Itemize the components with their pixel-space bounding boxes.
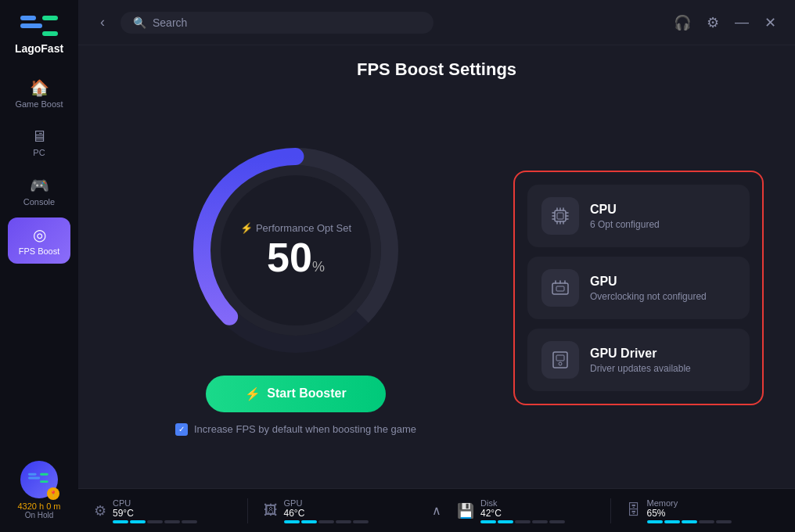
cpu-card-name: CPU xyxy=(590,203,736,217)
console-icon: 🎮 xyxy=(30,176,49,195)
svg-rect-3 xyxy=(42,31,58,36)
checkbox-label: Increase FPS by default when boosting th… xyxy=(194,423,416,435)
gauge-label: ⚡ Performance Opt Set xyxy=(240,222,351,234)
svg-rect-15 xyxy=(555,210,566,221)
svg-rect-30 xyxy=(556,286,564,291)
gpu-card-info: GPU Overclocking not configured xyxy=(590,275,736,302)
headset-button[interactable]: 🎧 xyxy=(671,11,694,34)
sidebar-label-fps-boost: FPS Boost xyxy=(19,246,60,256)
avatar[interactable]: 📍 xyxy=(20,461,58,498)
gauge-percent: 50 xyxy=(267,235,312,280)
gpu-driver-card-name: GPU Driver xyxy=(590,347,736,361)
search-bar[interactable]: 🔍 Search xyxy=(121,12,433,34)
search-icon: 🔍 xyxy=(133,16,146,29)
card-cpu[interactable]: CPU 6 Opt configured xyxy=(527,185,750,247)
status-memory-graph xyxy=(647,520,732,523)
minimize-button[interactable]: — xyxy=(732,11,752,34)
main-content: ‹ 🔍 Search 🎧 ⚙ — ✕ FPS Boost Settings xyxy=(78,0,795,532)
cpu-card-sub: 6 Opt configured xyxy=(590,219,736,230)
svg-rect-7 xyxy=(40,480,48,483)
svg-rect-16 xyxy=(557,213,563,219)
status-memory-value: 65% xyxy=(647,508,732,519)
boost-label: Start Booster xyxy=(267,386,346,401)
avatar-logo xyxy=(28,471,50,488)
status-cpu-icon: ⚙ xyxy=(94,502,106,519)
svg-rect-35 xyxy=(556,355,564,361)
close-button[interactable]: ✕ xyxy=(761,11,779,34)
settings-button[interactable]: ⚙ xyxy=(703,11,722,34)
card-gpu[interactable]: GPU Overclocking not configured xyxy=(527,257,750,319)
status-memory[interactable]: 🗄 Memory 65% xyxy=(610,498,780,523)
status-cpu-value: 59°C xyxy=(113,508,197,519)
svg-rect-4 xyxy=(28,473,37,476)
status-disk-value: 42°C xyxy=(480,508,565,519)
sidebar-label-console: Console xyxy=(23,197,55,207)
status-bar: ⚙ CPU 59°C 🖼 GPU 46°C xyxy=(78,488,795,532)
status-cpu-graph xyxy=(113,520,197,523)
gpu-card-name: GPU xyxy=(590,275,736,289)
status-disk-label: Disk xyxy=(480,498,565,508)
fps-checkbox[interactable]: ✓ xyxy=(175,423,188,436)
svg-point-36 xyxy=(559,362,562,365)
status-gpu-graph xyxy=(284,520,369,523)
status-cpu[interactable]: ⚙ CPU 59°C xyxy=(94,498,247,523)
back-button[interactable]: ‹ xyxy=(94,11,111,34)
cpu-card-icon xyxy=(541,197,579,235)
app-name: LagoFast xyxy=(15,42,63,55)
gpu-driver-card-icon xyxy=(541,341,579,379)
status-gpu-value: 46°C xyxy=(284,508,369,519)
fps-boost-icon: ◎ xyxy=(33,225,46,244)
sidebar: LagoFast 🏠 Game Boost 🖥 PC 🎮 Console ◎ F… xyxy=(0,0,78,532)
user-status: On Hold xyxy=(25,511,54,519)
bolt-icon: ⚡ xyxy=(240,222,253,234)
gauge-inner: ⚡ Performance Opt Set 50% xyxy=(240,222,351,278)
svg-rect-29 xyxy=(552,283,568,294)
svg-rect-5 xyxy=(28,477,40,480)
expand-button[interactable]: ∧ xyxy=(416,503,457,518)
sidebar-bottom: 📍 4320 h 0 m On Hold xyxy=(17,461,60,519)
gauge-value-display: 50% xyxy=(267,237,325,278)
status-disk[interactable]: 💾 Disk 42°C xyxy=(457,498,610,523)
search-text: Search xyxy=(153,16,187,29)
svg-rect-0 xyxy=(20,16,36,20)
avatar-badge: 📍 xyxy=(47,487,59,500)
home-icon: 🏠 xyxy=(30,78,49,97)
gauge-unit: % xyxy=(312,259,325,275)
status-gpu[interactable]: 🖼 GPU 46°C xyxy=(247,498,417,523)
gpu-driver-card-info: GPU Driver Driver updates available xyxy=(590,347,736,374)
status-disk-icon: 💾 xyxy=(457,502,474,519)
page-body: FPS Boost Settings xyxy=(78,45,795,488)
checkbox-row[interactable]: ✓ Increase FPS by default when boosting … xyxy=(175,423,416,436)
status-memory-icon: 🗄 xyxy=(627,502,641,519)
cards-panel: CPU 6 Opt configured xyxy=(513,171,764,405)
sidebar-item-game-boost[interactable]: 🏠 Game Boost xyxy=(8,70,70,117)
gauge-section: ⚡ Performance Opt Set 50% ⚡ Start Booste… xyxy=(110,141,482,436)
page-title: FPS Boost Settings xyxy=(110,45,764,88)
user-time: 4320 h 0 m xyxy=(17,501,60,511)
sidebar-item-console[interactable]: 🎮 Console xyxy=(8,168,70,214)
svg-rect-6 xyxy=(40,473,48,476)
status-memory-label: Memory xyxy=(647,498,732,508)
logo-icon xyxy=(20,13,58,41)
status-gpu-icon: 🖼 xyxy=(264,502,278,519)
status-cpu-label: CPU xyxy=(113,498,197,508)
card-gpu-driver[interactable]: GPU Driver Driver updates available xyxy=(527,329,750,391)
sidebar-label-game-boost: Game Boost xyxy=(15,99,63,109)
status-disk-graph xyxy=(480,520,565,523)
sidebar-item-fps-boost[interactable]: ◎ FPS Boost xyxy=(8,217,70,264)
header: ‹ 🔍 Search 🎧 ⚙ — ✕ xyxy=(78,0,795,45)
svg-rect-2 xyxy=(42,16,58,20)
gpu-card-icon xyxy=(541,269,579,307)
status-gpu-label: GPU xyxy=(284,498,369,508)
start-booster-button[interactable]: ⚡ Start Booster xyxy=(206,376,385,412)
boost-icon: ⚡ xyxy=(245,386,261,401)
sidebar-item-pc[interactable]: 🖥 PC xyxy=(8,120,70,165)
pc-icon: 🖥 xyxy=(31,128,47,146)
center-area: ⚡ Performance Opt Set 50% ⚡ Start Booste… xyxy=(110,88,764,488)
gpu-card-sub: Overclocking not configured xyxy=(590,291,736,302)
sidebar-label-pc: PC xyxy=(33,148,45,157)
header-actions: 🎧 ⚙ — ✕ xyxy=(671,11,779,34)
svg-rect-1 xyxy=(20,23,42,28)
gauge-container: ⚡ Performance Opt Set 50% xyxy=(186,141,405,360)
gpu-driver-card-sub: Driver updates available xyxy=(590,363,736,374)
